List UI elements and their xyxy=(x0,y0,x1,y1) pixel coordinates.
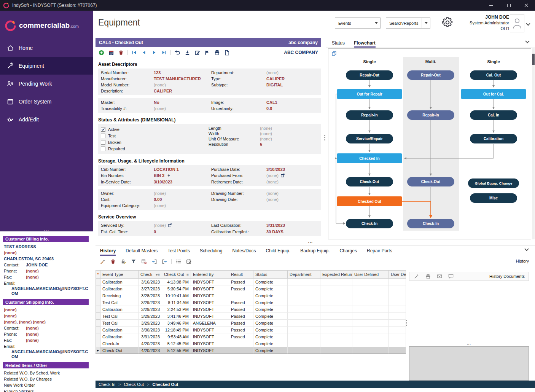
col-entered-by[interactable]: Entered By xyxy=(191,271,229,279)
table-cell[interactable] xyxy=(389,299,406,306)
sidebar-item-equipment[interactable]: Equipment xyxy=(0,57,93,75)
scrollbar-thumb[interactable] xyxy=(532,54,535,65)
table-cell[interactable] xyxy=(389,306,406,313)
table-cell[interactable]: 9:53:48 AM xyxy=(162,333,191,340)
breadcrumb-item-current[interactable]: Checked Out xyxy=(152,382,178,387)
table-row[interactable]: Check-In4/20/20235:12:45 PMINDYSOFTCompl… xyxy=(96,340,406,347)
table-row[interactable]: Calibration3/27/20235:30:54 PMINDYSOFTPa… xyxy=(96,285,406,292)
filter-button[interactable] xyxy=(130,258,137,265)
table-row[interactable]: Calibration3/16/20234:13:08 PMINDYSOFTPa… xyxy=(96,279,406,285)
table-cell[interactable] xyxy=(352,340,389,347)
tab-flowchart[interactable]: Flowchart xyxy=(354,40,376,48)
nav-next-button[interactable] xyxy=(151,49,158,56)
table-cell[interactable]: 12:18:49 PM xyxy=(162,327,191,333)
flow-node-check-out[interactable]: Check-Out xyxy=(346,177,393,186)
flow-node-cal-out[interactable]: Cal. Out xyxy=(470,70,517,80)
tab-notes-docs[interactable]: Notes/Docs xyxy=(232,248,256,256)
settings-gear-icon[interactable] xyxy=(441,16,454,29)
table-cell[interactable] xyxy=(352,292,389,299)
schedule-calendar-button[interactable] xyxy=(108,49,115,56)
table-cell[interactable] xyxy=(352,279,389,285)
table-cell[interactable] xyxy=(229,292,253,299)
flow-node-checked-in[interactable]: Checked In xyxy=(337,153,402,163)
table-cell[interactable]: Passed xyxy=(229,327,253,333)
table-cell[interactable] xyxy=(352,333,389,340)
table-cell[interactable]: INDYSOFT xyxy=(191,313,229,320)
table-cell[interactable]: 3/29/2023 xyxy=(139,306,162,313)
table-cell[interactable] xyxy=(389,313,406,320)
table-cell[interactable]: Passed xyxy=(229,320,253,327)
table-cell[interactable] xyxy=(352,327,389,333)
print-button[interactable] xyxy=(213,49,220,56)
add-button[interactable] xyxy=(98,49,105,56)
table-row[interactable]: Calibration3/29/20232:24:53 PMINDYSOFTPa… xyxy=(96,306,406,313)
table-cell[interactable]: Complete xyxy=(253,292,288,299)
tab-test-points[interactable]: Test Points xyxy=(167,248,190,256)
clear-grid-button[interactable] xyxy=(140,258,147,265)
breadcrumb-item[interactable]: Check-In xyxy=(99,382,115,387)
table-cell[interactable]: Check-Out xyxy=(100,347,139,354)
table-cell[interactable] xyxy=(288,313,320,320)
col-check-date[interactable]: Check▾≡ xyxy=(139,271,162,279)
table-cell[interactable]: Check-In xyxy=(100,340,139,347)
table-cell[interactable]: Complete xyxy=(253,299,288,306)
nav-last-button[interactable] xyxy=(161,49,167,56)
flow-node-repair-out-multi[interactable]: Repair-Out xyxy=(407,70,454,80)
table-cell[interactable]: INDYSOFT xyxy=(191,347,229,354)
table-cell[interactable]: Test Cal xyxy=(100,299,139,306)
table-cell[interactable] xyxy=(352,285,389,292)
table-row[interactable]: Receiving3/28/202310:19:41 AMINDYSOFTCom… xyxy=(96,292,406,299)
maximize-button[interactable] xyxy=(500,0,517,11)
table-cell[interactable]: Passed xyxy=(229,313,253,320)
table-cell[interactable]: Complete xyxy=(253,285,288,292)
avatar[interactable] xyxy=(510,14,524,32)
table-cell[interactable] xyxy=(229,347,253,354)
table-row[interactable]: Test Cal3/29/20233:49:46 PMANGELENAPasse… xyxy=(96,320,406,327)
table-cell[interactable]: Complete xyxy=(253,313,288,320)
table-cell[interactable]: 3/29/2023 xyxy=(139,313,162,320)
flow-node-repair-out[interactable]: Repair-Out xyxy=(346,70,393,80)
table-cell[interactable] xyxy=(288,285,320,292)
tab-default-masters[interactable]: Default Masters xyxy=(126,248,158,256)
flow-node-check-out-multi[interactable]: Check-Out xyxy=(407,177,454,186)
table-cell[interactable]: INDYSOFT xyxy=(191,327,229,333)
sidebar-item-home[interactable]: Home xyxy=(0,39,93,57)
flow-node-repair-in-multi[interactable]: Repair-In xyxy=(407,110,454,120)
checkbox-active[interactable]: Active xyxy=(101,126,209,132)
table-cell[interactable]: INDYSOFT xyxy=(191,285,229,292)
table-cell[interactable]: 3/16/2023 xyxy=(139,279,162,285)
tools-wand-icon[interactable] xyxy=(413,273,420,280)
delete-button[interactable] xyxy=(110,258,116,265)
sidebar-item-add-edit[interactable]: Add/Edit xyxy=(0,110,93,128)
add-bin-button[interactable]: + xyxy=(167,173,170,178)
sidebar-item-pending-work[interactable]: Pending Work xyxy=(0,75,93,92)
table-cell[interactable]: Passed xyxy=(229,306,253,313)
checkbox-repaired[interactable]: Repaired xyxy=(101,145,209,152)
related-item[interactable]: Related W.O. By Sched. Work xyxy=(4,370,89,376)
col-department[interactable]: Department xyxy=(288,271,320,279)
tools-wand-button[interactable] xyxy=(99,258,106,265)
table-cell[interactable] xyxy=(288,299,320,306)
tab-history[interactable]: History xyxy=(100,248,116,256)
user-menu-chevron-icon[interactable] xyxy=(527,22,530,25)
table-cell[interactable] xyxy=(288,347,320,354)
table-cell[interactable]: Complete xyxy=(253,340,288,347)
table-cell[interactable] xyxy=(352,299,389,306)
flow-node-cal-in[interactable]: Cal. In xyxy=(470,110,517,120)
table-cell[interactable] xyxy=(320,320,352,327)
comment-icon[interactable] xyxy=(447,273,454,280)
flow-node-out-for-repair[interactable]: Out for Repair xyxy=(337,89,402,99)
table-cell[interactable] xyxy=(389,292,406,299)
flow-node-global-equip-change[interactable]: Global Equip. Change xyxy=(468,178,519,188)
lock-edit-button[interactable] xyxy=(120,258,127,265)
table-cell[interactable]: 5:12:55 PM xyxy=(162,347,191,354)
table-cell[interactable]: Test Cal xyxy=(100,320,139,327)
related-item[interactable]: New Work Order xyxy=(4,382,89,388)
table-cell[interactable]: INDYSOFT xyxy=(191,292,229,299)
col-check-out-time[interactable]: Check-Out≡ xyxy=(162,271,191,279)
calendar-edit-button[interactable] xyxy=(185,258,192,265)
table-cell[interactable]: 3:49:46 PM xyxy=(162,320,191,327)
table-cell[interactable]: 5:12:45 PM xyxy=(162,340,191,347)
export-button[interactable] xyxy=(161,258,168,265)
table-cell[interactable]: Calibration xyxy=(100,285,139,292)
